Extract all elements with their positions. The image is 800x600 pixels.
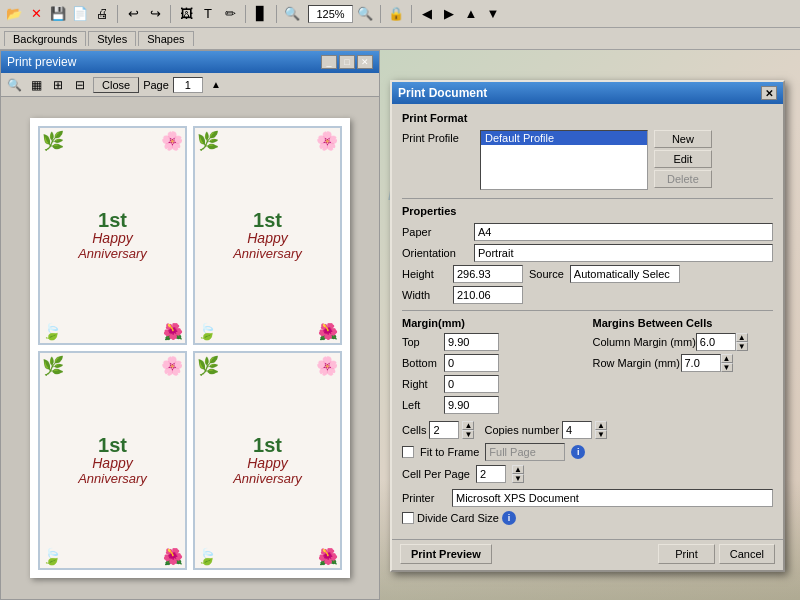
barcode-icon[interactable]: ▊ <box>251 4 271 24</box>
top-input[interactable] <box>444 333 499 351</box>
orientation-input[interactable] <box>474 244 773 262</box>
col-margin-down[interactable]: ▼ <box>736 342 748 351</box>
full-page-info-icon[interactable]: i <box>571 445 585 459</box>
paper-input[interactable] <box>474 223 773 241</box>
tab-backgrounds[interactable]: Backgrounds <box>4 31 86 46</box>
text-icon[interactable]: T <box>198 4 218 24</box>
cells-input[interactable] <box>429 421 459 439</box>
preview-maximize-btn[interactable]: □ <box>339 55 355 69</box>
col-margin-spinner: ▲ ▼ <box>736 333 748 351</box>
open-icon[interactable]: 📂 <box>4 4 24 24</box>
preview-search-icon[interactable]: 🔍 <box>5 76 23 94</box>
nav-left-icon[interactable]: ◀ <box>417 4 437 24</box>
source-input[interactable] <box>570 265 680 283</box>
card2-text2: Happy <box>233 230 302 247</box>
bottom-input[interactable] <box>444 354 499 372</box>
profile-listbox[interactable]: Default Profile <box>480 130 648 190</box>
bottom-options: Divide Card Size i <box>402 511 773 525</box>
margin-col: Margin(mm) Top Bottom Right <box>402 317 583 417</box>
cancel-btn[interactable]: Cancel <box>719 544 775 564</box>
properties-label: Properties <box>402 205 773 217</box>
copies-down[interactable]: ▼ <box>595 430 607 439</box>
cells-up[interactable]: ▲ <box>462 421 474 430</box>
preview-minimize-btn[interactable]: _ <box>321 55 337 69</box>
main-toolbar: 📂 ✕ 💾 📄 🖨 ↩ ↪ 🖼 T ✏ ▊ 🔍 🔍 🔒 ◀ ▶ ▲ ▼ <box>0 0 800 28</box>
printer-input[interactable] <box>452 489 773 507</box>
zoom-out-icon[interactable]: 🔍 <box>355 4 375 24</box>
copies-input[interactable] <box>562 421 592 439</box>
col-margin-input[interactable] <box>696 333 736 351</box>
cpp-up[interactable]: ▲ <box>512 465 524 474</box>
new-profile-btn[interactable]: New <box>654 130 712 148</box>
preview-close-button[interactable]: Close <box>93 77 139 93</box>
cells-label: Cells <box>402 424 426 436</box>
draw-icon[interactable]: ✏ <box>220 4 240 24</box>
divider-1 <box>402 198 773 199</box>
delete-profile-btn[interactable]: Delete <box>654 170 712 188</box>
lock-icon[interactable]: 🔒 <box>386 4 406 24</box>
card3-text3: Anniversary <box>78 472 147 486</box>
height-input[interactable] <box>453 265 523 283</box>
fit-frame-label: Fit to Frame <box>420 446 479 458</box>
cpp-label: Cell Per Page <box>402 468 470 480</box>
cpp-input[interactable] <box>476 465 506 483</box>
close-file-icon[interactable]: ✕ <box>26 4 46 24</box>
card3-text1: 1st <box>78 435 147 455</box>
dialog-close-btn[interactable]: ✕ <box>761 86 777 100</box>
print-btn[interactable]: Print <box>658 544 715 564</box>
paper-row: Paper <box>402 223 773 241</box>
undo-icon[interactable]: ↩ <box>123 4 143 24</box>
row-margin-input[interactable] <box>681 354 721 372</box>
preview-title: Print preview <box>7 55 76 69</box>
search-icon[interactable]: 🔍 <box>282 4 302 24</box>
redo-icon[interactable]: ↪ <box>145 4 165 24</box>
left-input[interactable] <box>444 396 499 414</box>
preview-close-btn[interactable]: ✕ <box>357 55 373 69</box>
nav-up-icon[interactable]: ▲ <box>461 4 481 24</box>
nav-down-icon[interactable]: ▼ <box>483 4 503 24</box>
preview-spinner-up[interactable]: ▲ <box>207 76 225 94</box>
image-icon[interactable]: 🖼 <box>176 4 196 24</box>
row-margin-up[interactable]: ▲ <box>721 354 733 363</box>
page-label: Page <box>143 79 169 91</box>
row-margin-label: Row Margin (mm) <box>593 357 681 369</box>
tab-toolbar: Backgrounds Styles Shapes <box>0 28 800 50</box>
fit-frame-row: Fit to Frame i <box>402 443 773 461</box>
right-input[interactable] <box>444 375 499 393</box>
col-margin-up[interactable]: ▲ <box>736 333 748 342</box>
print-format-section: Print Format Print Profile Default Profi… <box>402 112 773 190</box>
profile-selected-item[interactable]: Default Profile <box>481 131 647 145</box>
print-icon[interactable]: 🖨 <box>92 4 112 24</box>
preview-grid3-icon[interactable]: ⊟ <box>71 76 89 94</box>
divide-card-checkbox[interactable] <box>402 512 414 524</box>
cells-copies-row: Cells ▲ ▼ Copies number ▲ ▼ <box>402 421 773 439</box>
tab-shapes[interactable]: Shapes <box>138 31 193 46</box>
row-margin-down[interactable]: ▼ <box>721 363 733 372</box>
save-icon[interactable]: 💾 <box>48 4 68 24</box>
copies-up[interactable]: ▲ <box>595 421 607 430</box>
preview-grid-icon[interactable]: ▦ <box>27 76 45 94</box>
save-as-icon[interactable]: 📄 <box>70 4 90 24</box>
zoom-input[interactable] <box>308 5 353 23</box>
printer-row: Printer <box>402 489 773 507</box>
cells-down[interactable]: ▼ <box>462 430 474 439</box>
copies-label: Copies number <box>484 424 559 436</box>
nav-right-icon[interactable]: ▶ <box>439 4 459 24</box>
zoom-box <box>308 5 353 23</box>
preview-grid2-icon[interactable]: ⊞ <box>49 76 67 94</box>
margin-title: Margin(mm) <box>402 317 583 329</box>
width-input[interactable] <box>453 286 523 304</box>
bottom-label: Bottom <box>402 357 444 369</box>
edit-profile-btn[interactable]: Edit <box>654 150 712 168</box>
divide-card-row: Divide Card Size i <box>402 511 516 525</box>
cpp-down[interactable]: ▼ <box>512 474 524 483</box>
right-label: Right <box>402 378 444 390</box>
page-input[interactable] <box>173 77 203 93</box>
fit-frame-checkbox[interactable] <box>402 446 414 458</box>
print-format-label: Print Format <box>402 112 773 124</box>
row-margin-spinner: ▲ ▼ <box>721 354 733 372</box>
tab-styles[interactable]: Styles <box>88 31 136 46</box>
dialog-title: Print Document <box>398 86 487 100</box>
print-preview-btn[interactable]: Print Preview <box>400 544 492 564</box>
divide-card-info-icon[interactable]: i <box>502 511 516 525</box>
